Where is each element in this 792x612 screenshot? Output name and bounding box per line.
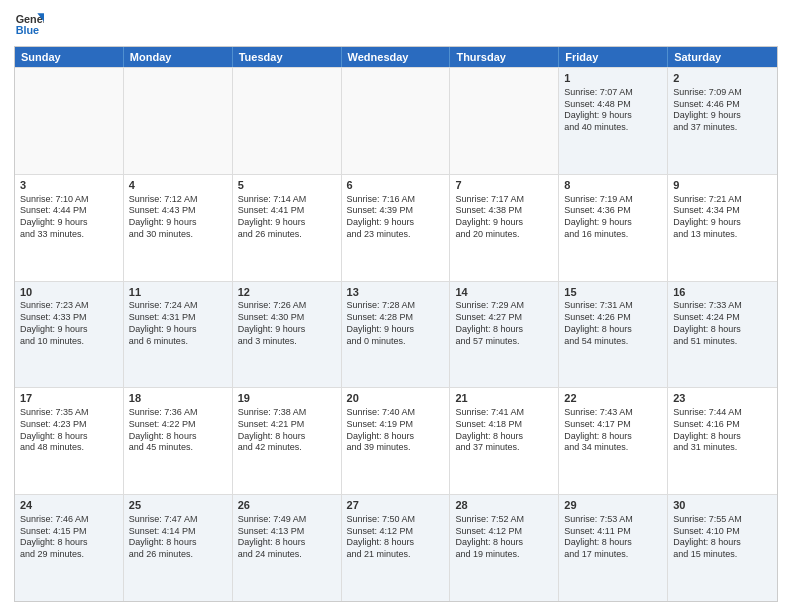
cal-cell-day-25: 25Sunrise: 7:47 AM Sunset: 4:14 PM Dayli…: [124, 495, 233, 601]
cal-cell-day-16: 16Sunrise: 7:33 AM Sunset: 4:24 PM Dayli…: [668, 282, 777, 388]
cell-info: Sunrise: 7:24 AM Sunset: 4:31 PM Dayligh…: [129, 300, 227, 347]
cell-info: Sunrise: 7:55 AM Sunset: 4:10 PM Dayligh…: [673, 514, 772, 561]
cal-cell-day-4: 4Sunrise: 7:12 AM Sunset: 4:43 PM Daylig…: [124, 175, 233, 281]
cal-cell-day-22: 22Sunrise: 7:43 AM Sunset: 4:17 PM Dayli…: [559, 388, 668, 494]
day-number: 19: [238, 391, 336, 406]
day-number: 1: [564, 71, 662, 86]
cell-info: Sunrise: 7:09 AM Sunset: 4:46 PM Dayligh…: [673, 87, 772, 134]
header-day-friday: Friday: [559, 47, 668, 67]
cal-row-1: 1Sunrise: 7:07 AM Sunset: 4:48 PM Daylig…: [15, 67, 777, 174]
calendar: SundayMondayTuesdayWednesdayThursdayFrid…: [14, 46, 778, 602]
cell-info: Sunrise: 7:50 AM Sunset: 4:12 PM Dayligh…: [347, 514, 445, 561]
cal-cell-empty: [233, 68, 342, 174]
header-day-monday: Monday: [124, 47, 233, 67]
cal-cell-day-13: 13Sunrise: 7:28 AM Sunset: 4:28 PM Dayli…: [342, 282, 451, 388]
header: General Blue: [14, 10, 778, 40]
cal-cell-day-6: 6Sunrise: 7:16 AM Sunset: 4:39 PM Daylig…: [342, 175, 451, 281]
cell-info: Sunrise: 7:07 AM Sunset: 4:48 PM Dayligh…: [564, 87, 662, 134]
cal-cell-day-3: 3Sunrise: 7:10 AM Sunset: 4:44 PM Daylig…: [15, 175, 124, 281]
cell-info: Sunrise: 7:31 AM Sunset: 4:26 PM Dayligh…: [564, 300, 662, 347]
day-number: 16: [673, 285, 772, 300]
cal-cell-day-19: 19Sunrise: 7:38 AM Sunset: 4:21 PM Dayli…: [233, 388, 342, 494]
day-number: 4: [129, 178, 227, 193]
cal-cell-day-26: 26Sunrise: 7:49 AM Sunset: 4:13 PM Dayli…: [233, 495, 342, 601]
cal-cell-day-17: 17Sunrise: 7:35 AM Sunset: 4:23 PM Dayli…: [15, 388, 124, 494]
logo: General Blue: [14, 10, 44, 40]
cal-cell-day-23: 23Sunrise: 7:44 AM Sunset: 4:16 PM Dayli…: [668, 388, 777, 494]
cal-cell-empty: [450, 68, 559, 174]
day-number: 6: [347, 178, 445, 193]
calendar-header: SundayMondayTuesdayWednesdayThursdayFrid…: [15, 47, 777, 67]
cal-cell-day-21: 21Sunrise: 7:41 AM Sunset: 4:18 PM Dayli…: [450, 388, 559, 494]
cell-info: Sunrise: 7:29 AM Sunset: 4:27 PM Dayligh…: [455, 300, 553, 347]
cell-info: Sunrise: 7:46 AM Sunset: 4:15 PM Dayligh…: [20, 514, 118, 561]
day-number: 18: [129, 391, 227, 406]
cell-info: Sunrise: 7:33 AM Sunset: 4:24 PM Dayligh…: [673, 300, 772, 347]
day-number: 21: [455, 391, 553, 406]
cell-info: Sunrise: 7:52 AM Sunset: 4:12 PM Dayligh…: [455, 514, 553, 561]
day-number: 10: [20, 285, 118, 300]
day-number: 26: [238, 498, 336, 513]
cal-cell-day-8: 8Sunrise: 7:19 AM Sunset: 4:36 PM Daylig…: [559, 175, 668, 281]
cal-cell-empty: [124, 68, 233, 174]
svg-text:Blue: Blue: [16, 24, 39, 36]
cell-info: Sunrise: 7:12 AM Sunset: 4:43 PM Dayligh…: [129, 194, 227, 241]
cal-cell-day-18: 18Sunrise: 7:36 AM Sunset: 4:22 PM Dayli…: [124, 388, 233, 494]
cal-cell-day-30: 30Sunrise: 7:55 AM Sunset: 4:10 PM Dayli…: [668, 495, 777, 601]
cell-info: Sunrise: 7:16 AM Sunset: 4:39 PM Dayligh…: [347, 194, 445, 241]
calendar-body: 1Sunrise: 7:07 AM Sunset: 4:48 PM Daylig…: [15, 67, 777, 601]
cell-info: Sunrise: 7:36 AM Sunset: 4:22 PM Dayligh…: [129, 407, 227, 454]
page: General Blue SundayMondayTuesdayWednesda…: [0, 0, 792, 612]
day-number: 23: [673, 391, 772, 406]
cell-info: Sunrise: 7:35 AM Sunset: 4:23 PM Dayligh…: [20, 407, 118, 454]
day-number: 13: [347, 285, 445, 300]
cell-info: Sunrise: 7:44 AM Sunset: 4:16 PM Dayligh…: [673, 407, 772, 454]
cal-cell-day-27: 27Sunrise: 7:50 AM Sunset: 4:12 PM Dayli…: [342, 495, 451, 601]
cal-cell-day-7: 7Sunrise: 7:17 AM Sunset: 4:38 PM Daylig…: [450, 175, 559, 281]
cal-cell-day-2: 2Sunrise: 7:09 AM Sunset: 4:46 PM Daylig…: [668, 68, 777, 174]
cal-cell-empty: [15, 68, 124, 174]
header-day-sunday: Sunday: [15, 47, 124, 67]
cell-info: Sunrise: 7:14 AM Sunset: 4:41 PM Dayligh…: [238, 194, 336, 241]
day-number: 8: [564, 178, 662, 193]
day-number: 11: [129, 285, 227, 300]
cal-cell-day-1: 1Sunrise: 7:07 AM Sunset: 4:48 PM Daylig…: [559, 68, 668, 174]
cell-info: Sunrise: 7:17 AM Sunset: 4:38 PM Dayligh…: [455, 194, 553, 241]
cal-cell-day-14: 14Sunrise: 7:29 AM Sunset: 4:27 PM Dayli…: [450, 282, 559, 388]
cal-cell-day-10: 10Sunrise: 7:23 AM Sunset: 4:33 PM Dayli…: [15, 282, 124, 388]
cell-info: Sunrise: 7:41 AM Sunset: 4:18 PM Dayligh…: [455, 407, 553, 454]
day-number: 12: [238, 285, 336, 300]
day-number: 28: [455, 498, 553, 513]
day-number: 5: [238, 178, 336, 193]
cell-info: Sunrise: 7:10 AM Sunset: 4:44 PM Dayligh…: [20, 194, 118, 241]
cal-row-5: 24Sunrise: 7:46 AM Sunset: 4:15 PM Dayli…: [15, 494, 777, 601]
header-day-thursday: Thursday: [450, 47, 559, 67]
cal-cell-day-11: 11Sunrise: 7:24 AM Sunset: 4:31 PM Dayli…: [124, 282, 233, 388]
cal-cell-day-15: 15Sunrise: 7:31 AM Sunset: 4:26 PM Dayli…: [559, 282, 668, 388]
cell-info: Sunrise: 7:38 AM Sunset: 4:21 PM Dayligh…: [238, 407, 336, 454]
cell-info: Sunrise: 7:43 AM Sunset: 4:17 PM Dayligh…: [564, 407, 662, 454]
day-number: 2: [673, 71, 772, 86]
day-number: 9: [673, 178, 772, 193]
day-number: 25: [129, 498, 227, 513]
day-number: 27: [347, 498, 445, 513]
header-day-tuesday: Tuesday: [233, 47, 342, 67]
cal-cell-empty: [342, 68, 451, 174]
day-number: 7: [455, 178, 553, 193]
cal-cell-day-29: 29Sunrise: 7:53 AM Sunset: 4:11 PM Dayli…: [559, 495, 668, 601]
day-number: 30: [673, 498, 772, 513]
cell-info: Sunrise: 7:19 AM Sunset: 4:36 PM Dayligh…: [564, 194, 662, 241]
cell-info: Sunrise: 7:53 AM Sunset: 4:11 PM Dayligh…: [564, 514, 662, 561]
cell-info: Sunrise: 7:47 AM Sunset: 4:14 PM Dayligh…: [129, 514, 227, 561]
day-number: 20: [347, 391, 445, 406]
cal-cell-day-28: 28Sunrise: 7:52 AM Sunset: 4:12 PM Dayli…: [450, 495, 559, 601]
header-day-wednesday: Wednesday: [342, 47, 451, 67]
cell-info: Sunrise: 7:40 AM Sunset: 4:19 PM Dayligh…: [347, 407, 445, 454]
cal-row-4: 17Sunrise: 7:35 AM Sunset: 4:23 PM Dayli…: [15, 387, 777, 494]
day-number: 22: [564, 391, 662, 406]
day-number: 14: [455, 285, 553, 300]
cal-cell-day-5: 5Sunrise: 7:14 AM Sunset: 4:41 PM Daylig…: [233, 175, 342, 281]
day-number: 24: [20, 498, 118, 513]
cal-row-3: 10Sunrise: 7:23 AM Sunset: 4:33 PM Dayli…: [15, 281, 777, 388]
cell-info: Sunrise: 7:26 AM Sunset: 4:30 PM Dayligh…: [238, 300, 336, 347]
